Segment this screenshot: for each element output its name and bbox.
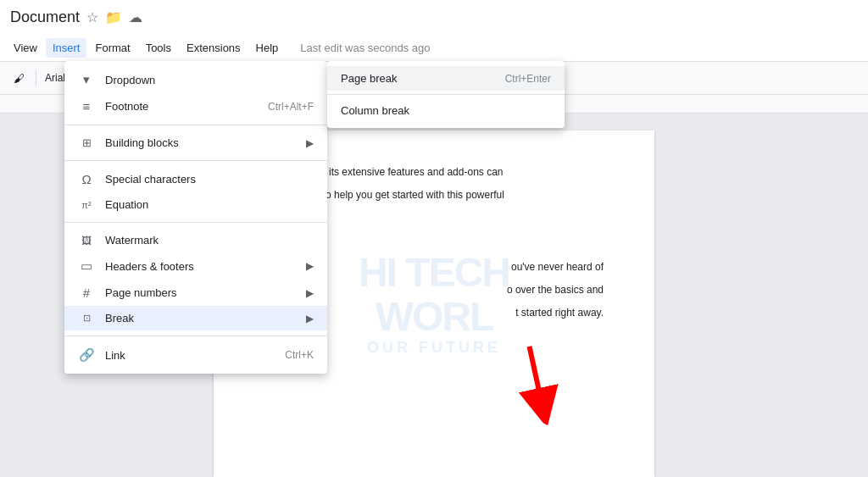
menu-divider-3 <box>64 222 327 223</box>
building-blocks-menu-item[interactable]: ⊞ Building blocks ▶ <box>64 130 327 155</box>
building-blocks-label: Building blocks <box>105 136 306 149</box>
headers-menu-item[interactable]: ▭ Headers & footers ▶ <box>64 252 327 280</box>
headers-icon: ▭ <box>78 258 95 274</box>
title-bar: Document ☆ 📁 ☁ <box>0 0 868 34</box>
watermark-icon: 🖼 <box>78 235 95 247</box>
equation-label: Equation <box>105 198 314 211</box>
page-numbers-menu-item[interactable]: # Page numbers ▶ <box>64 280 327 306</box>
page-break-submenu-item[interactable]: Page break Ctrl+Enter <box>327 66 565 91</box>
watermark-label: Watermark <box>105 234 314 247</box>
menu-view[interactable]: View <box>7 38 44 58</box>
building-blocks-arrow: ▶ <box>306 137 314 149</box>
page-numbers-icon: # <box>78 286 95 300</box>
menu-help[interactable]: Help <box>249 38 286 58</box>
watermark-menu-item[interactable]: 🖼 Watermark <box>64 228 327 252</box>
equation-menu-item[interactable]: π² Equation <box>64 192 327 217</box>
dropdown-label: Dropdown <box>105 74 314 86</box>
equation-icon: π² <box>78 200 95 210</box>
paint-format-btn[interactable]: 🖌 <box>7 66 31 90</box>
break-icon: ⊡ <box>78 313 95 324</box>
menu-bar: View Insert Format Tools Extensions Help… <box>0 34 868 61</box>
dropdown-icon: ▾ <box>78 72 95 87</box>
footnote-menu-item[interactable]: ≡ Footnote Ctrl+Alt+F <box>64 93 327 119</box>
link-menu-item[interactable]: 🔗 Link Ctrl+K <box>64 341 327 369</box>
column-break-label: Column break <box>341 104 551 117</box>
special-chars-icon: Ω <box>78 172 95 186</box>
watermark-line3: OUR FUTURE <box>359 340 509 357</box>
page-break-shortcut: Ctrl+Enter <box>505 73 551 85</box>
title-icons: ☆ 📁 ☁ <box>86 9 142 25</box>
menu-tools[interactable]: Tools <box>139 38 178 58</box>
insert-dropdown-menu: ▾ Dropdown ≡ Footnote Ctrl+Alt+F ⊞ Build… <box>64 61 327 374</box>
star-icon[interactable]: ☆ <box>86 9 98 25</box>
menu-divider-2 <box>64 160 327 161</box>
toolbar-sep-1 <box>36 69 36 86</box>
link-shortcut: Ctrl+K <box>285 349 314 361</box>
menu-divider-1 <box>64 125 327 125</box>
submenu-divider-1 <box>327 94 565 95</box>
link-icon: 🔗 <box>78 347 95 363</box>
cloud-icon[interactable]: ☁ <box>129 9 142 25</box>
red-arrow-indicator <box>487 335 585 437</box>
footnote-label: Footnote <box>105 100 268 113</box>
page-numbers-arrow: ▶ <box>306 287 314 299</box>
menu-divider-4 <box>64 336 327 336</box>
document-title[interactable]: Document <box>10 8 80 26</box>
break-menu-item[interactable]: ⊡ Break ▶ <box>64 306 327 330</box>
menu-format[interactable]: Format <box>88 38 136 58</box>
headers-label: Headers & footers <box>105 260 306 273</box>
footnote-icon: ≡ <box>78 99 95 114</box>
break-label: Break <box>105 312 306 324</box>
svg-line-1 <box>506 347 566 408</box>
menu-insert[interactable]: Insert <box>46 38 87 58</box>
break-submenu: Page break Ctrl+Enter Column break <box>327 61 565 128</box>
menu-extensions[interactable]: Extensions <box>180 38 248 58</box>
column-break-submenu-item[interactable]: Column break <box>327 98 565 123</box>
link-label: Link <box>105 349 285 362</box>
last-edit-status: Last edit was seconds ago <box>300 42 430 54</box>
special-chars-label: Special characters <box>105 173 314 186</box>
special-chars-menu-item[interactable]: Ω Special characters <box>64 166 327 192</box>
break-arrow: ▶ <box>306 313 314 324</box>
folder-icon[interactable]: 📁 <box>105 9 122 25</box>
dropdown-menu-item[interactable]: ▾ Dropdown <box>64 66 327 93</box>
page-break-label: Page break <box>341 72 505 85</box>
building-blocks-icon: ⊞ <box>78 136 95 149</box>
footnote-shortcut: Ctrl+Alt+F <box>268 101 314 113</box>
page-numbers-label: Page numbers <box>105 286 306 299</box>
headers-arrow: ▶ <box>306 260 314 272</box>
